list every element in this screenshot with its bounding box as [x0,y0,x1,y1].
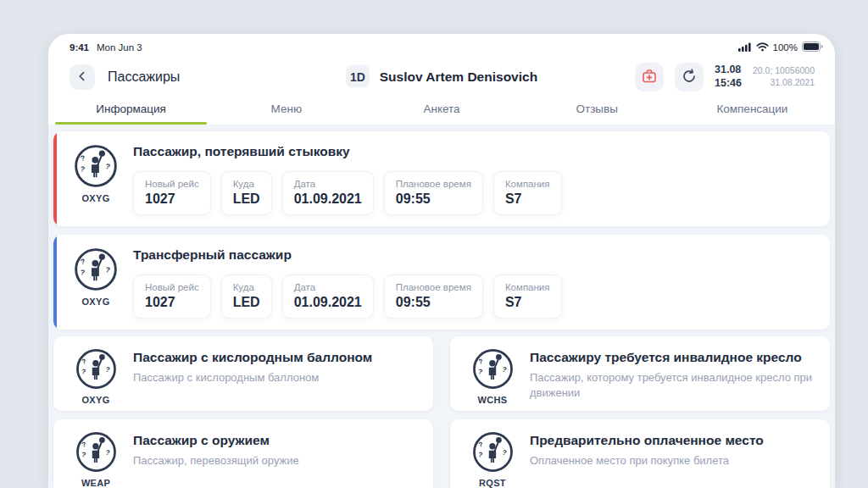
ssr-code: WCHS [478,395,508,405]
app-window: 9:41 Mon Jun 3 [48,34,835,488]
flight-meta-bottom: 31.08.2021 [753,77,815,89]
flight-fields: Новый рейс 1027 Куда LED Дата 01.09.2021 [133,274,816,319]
field-label: Новый рейс [145,179,199,189]
field-label: Дата [294,282,362,292]
status-time: 9:41 [70,42,89,53]
battery-percent: 100% [773,42,798,53]
field-label: Куда [233,282,260,292]
field-date: Дата 01.09.2021 [282,171,374,215]
field-planned-time: Плановое время 09:55 [384,274,483,319]
cellular-signal-icon [738,42,752,53]
tab-compensations[interactable]: Компенсации [675,96,830,125]
flight-meta: 20.0; 10056000 31.08.2021 [753,65,815,88]
sync-date: 31.08 [715,64,742,77]
passenger-pictogram-icon [75,347,118,391]
card-subtitle: Пассажир, перевозящий оружие [133,453,420,469]
tab-questionnaire[interactable]: Анкета [364,96,519,125]
field-new-flight: Новый рейс 1027 [133,171,211,215]
card-title: Пассажир с кислородным баллоном [133,350,420,365]
chevron-left-icon [75,69,89,86]
passenger-name: Suslov Artem Denisovich [380,69,537,84]
card-title: Трансферный пассажир [133,247,816,263]
tab-menu[interactable]: Меню [209,96,364,125]
first-aid-kit-icon [641,68,658,87]
field-new-flight: Новый рейс 1027 [133,274,211,319]
ssr-code: OXYG [82,395,110,405]
field-value: S7 [505,191,550,207]
wifi-icon [756,42,769,53]
status-date: Mon Jun 3 [97,42,142,53]
card-title: Предварительно оплаченное место [530,433,816,448]
field-label: Плановое время [396,282,471,292]
passenger-pictogram-icon [73,143,119,189]
ssr-code: WEAP [81,478,110,488]
field-planned-time: Плановое время 09:55 [384,171,483,215]
back-button[interactable] [70,64,95,90]
field-value: 1027 [145,191,199,207]
oxygen-cylinder-card[interactable]: OXYG Пассажир с кислородным баллоном Пас… [53,336,433,411]
card-accent-stripe [53,235,57,330]
card-subtitle: Пассажир, которому требуется инвалидное … [530,370,816,400]
field-company: Компания S7 [493,171,562,215]
passenger-pictogram-icon [75,430,118,474]
card-subtitle: Оплаченное место при покупке билета [530,453,816,469]
passenger-pictogram-icon [73,247,119,292]
card-accent-stripe [53,131,57,226]
wheelchair-card[interactable]: WCHS Пассажиру требуется инвалидное крес… [450,336,830,411]
ssr-code: RQST [479,478,506,488]
battery-icon [802,42,823,53]
field-label: Компания [505,179,550,189]
tab-information[interactable]: Информация [53,96,209,125]
field-label: Новый рейс [145,282,199,292]
missed-connection-card: OXYG Пассажир, потерявший стыковку Новый… [53,131,830,226]
field-value: LED [233,295,260,310]
field-value: 1027 [145,295,199,310]
feature-card-grid: OXYG Пассажир с кислородным баллоном Пас… [53,336,830,488]
field-value: 01.09.2021 [294,191,362,207]
card-subtitle: Пассажир с кислородным баллоном [133,370,420,385]
passenger-pictogram-icon [471,430,515,474]
status-bar: 9:41 Mon Jun 3 [48,34,835,54]
field-value: 01.09.2021 [294,295,362,310]
tab-bar: Информация Меню Анкета Отзывы Компенсаци… [48,95,835,125]
ssr-code: OXYG [82,297,110,307]
medkit-button[interactable] [635,63,664,92]
field-label: Дата [294,179,362,189]
refresh-button[interactable] [675,63,704,92]
flight-meta-top: 20.0; 10056000 [753,65,815,77]
sync-time: 15:46 [715,77,742,91]
field-date: Дата 01.09.2021 [282,274,374,319]
field-destination: Куда LED [221,171,272,215]
field-label: Компания [505,282,550,292]
field-value: S7 [505,295,550,310]
card-title: Пассажиру требуется инвалидное кресло [530,350,816,365]
field-label: Куда [233,179,260,189]
field-destination: Куда LED [221,274,272,319]
field-label: Плановое время [396,179,471,189]
device-background: 9:41 Mon Jun 3 [0,0,868,488]
sync-datetime: 31.08 15:46 [715,64,742,90]
content-area: OXYG Пассажир, потерявший стыковку Новый… [48,125,835,488]
refresh-icon [681,68,698,87]
page-header: Пассажиры 1D Suslov Artem Denisovich [48,54,835,95]
transfer-passenger-card: OXYG Трансферный пассажир Новый рейс 102… [53,235,830,330]
page-title: Пассажиры [108,69,180,85]
card-title: Пассажир с оружием [133,433,420,448]
ssr-code: OXYG [82,193,110,203]
weapon-card[interactable]: WEAP Пассажир с оружием Пассажир, перево… [53,419,433,488]
field-value: 09:55 [396,295,471,310]
card-title: Пассажир, потерявший стыковку [133,144,816,159]
field-value: 09:55 [396,191,471,207]
field-company: Компания S7 [493,274,562,319]
passenger-pictogram-icon [471,347,515,391]
seat-badge: 1D [346,65,370,88]
prepaid-seat-card[interactable]: RQST Предварительно оплаченное место Опл… [450,419,830,488]
tab-reviews[interactable]: Отзывы [520,96,675,125]
flight-fields: Новый рейс 1027 Куда LED Дата 01.09.2021 [133,171,816,215]
field-value: LED [233,191,260,207]
